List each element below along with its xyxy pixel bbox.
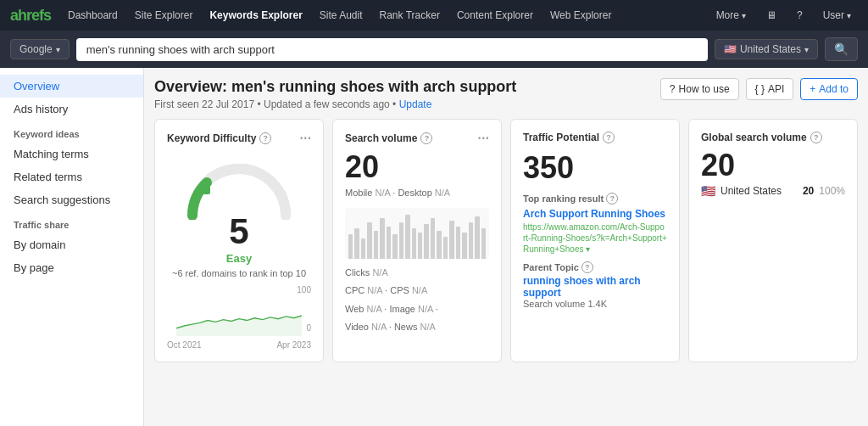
sidebar-item-by-domain[interactable]: By domain <box>0 233 143 256</box>
sv-bar <box>462 233 466 259</box>
add-to-button[interactable]: + Add to <box>800 78 858 100</box>
sv-bar <box>412 228 416 258</box>
nav-monitor-icon[interactable]: 🖥 <box>760 6 783 25</box>
sidebar-traffic-share-label: Traffic share <box>0 211 143 233</box>
sv-bar <box>437 231 441 259</box>
sidebar-item-related-terms[interactable]: Related terms <box>0 165 143 188</box>
sidebar-item-search-suggestions[interactable]: Search suggestions <box>0 188 143 211</box>
sv-web-image: Web N/A · Image N/A · <box>345 302 489 317</box>
chevron-down-icon-url: ▾ <box>586 244 590 254</box>
parent-topic-link[interactable]: running shoes with arch support <box>523 275 667 299</box>
update-link[interactable]: Update <box>399 98 432 110</box>
sv-cpc-cps: CPC N/A · CPS N/A <box>345 283 489 299</box>
sv-bar <box>405 215 409 259</box>
sv-bar <box>424 224 428 258</box>
sidebar-item-matching-terms[interactable]: Matching terms <box>0 143 143 165</box>
top-result-label: Top ranking result ? <box>523 193 667 205</box>
sv-card-title: Search volume ? ⋯ <box>345 132 489 145</box>
nav-site-audit[interactable]: Site Audit <box>313 6 370 25</box>
sv-bar <box>387 227 391 259</box>
engine-selector[interactable]: Google ▾ <box>10 39 70 59</box>
gsv-row: 🇺🇸 United States 20 100% <box>701 184 845 198</box>
svg-rect-0 <box>198 186 210 194</box>
tp-help-icon[interactable]: ? <box>603 132 615 143</box>
plus-icon: + <box>810 83 815 95</box>
nav-site-explorer[interactable]: Site Explorer <box>128 6 200 25</box>
nav-rank-tracker[interactable]: Rank Tracker <box>373 6 447 25</box>
how-to-use-button[interactable]: ? How to use <box>660 78 739 100</box>
sv-bar <box>418 233 422 259</box>
nav-keywords-explorer[interactable]: Keywords Explorer <box>203 6 309 25</box>
country-selector[interactable]: 🇺🇸 United States ▾ <box>715 39 818 59</box>
search-button[interactable]: 🔍 <box>825 37 858 61</box>
search-input[interactable] <box>76 38 708 61</box>
nav-help-icon[interactable]: ? <box>790 6 810 25</box>
gsv-country: United States <box>721 185 798 197</box>
sv-bar-chart <box>345 208 489 259</box>
overview-actions: ? How to use { } API + Add to <box>660 78 858 100</box>
trend-date-end: Apr 2023 <box>276 340 311 350</box>
top-result-help-icon[interactable]: ? <box>606 193 618 205</box>
sv-bar <box>392 234 397 258</box>
sv-menu-icon[interactable]: ⋯ <box>477 132 489 145</box>
api-icon: { } <box>755 83 765 95</box>
sv-bar <box>449 221 453 259</box>
country-flag: 🇺🇸 <box>724 43 737 55</box>
nav-user-button[interactable]: User ▾ <box>816 6 858 25</box>
nav-content-explorer[interactable]: Content Explorer <box>450 6 540 25</box>
sidebar-keyword-ideas-label: Keyword ideas <box>0 121 143 143</box>
trend-dates: Oct 2021 Apr 2023 <box>167 340 311 350</box>
top-result-title[interactable]: Arch Support Running Shoes <box>523 208 667 220</box>
top-result-url[interactable]: https://www.amazon.com/Arch-Support-Runn… <box>523 221 667 255</box>
kd-help-icon[interactable]: ? <box>259 132 271 144</box>
sv-bar <box>475 216 479 259</box>
trend-date-start: Oct 2021 <box>167 340 202 350</box>
tp-card: Traffic Potential ? 350 Top ranking resu… <box>510 119 680 362</box>
nav-dashboard[interactable]: Dashboard <box>61 6 125 25</box>
main-layout: Overview Ads history Keyword ideas Match… <box>0 68 868 426</box>
api-button[interactable]: { } API <box>746 78 794 100</box>
chevron-down-icon-engine: ▾ <box>56 45 60 54</box>
sv-bar <box>399 222 403 259</box>
kd-label: Easy <box>226 252 252 265</box>
sv-number: 20 <box>345 152 489 182</box>
sv-bar <box>481 228 486 258</box>
sv-bar <box>456 227 460 259</box>
chevron-down-icon-user: ▾ <box>847 11 851 20</box>
chevron-down-icon: ▾ <box>742 11 746 20</box>
gsv-help-icon[interactable]: ? <box>810 132 822 143</box>
kd-sparkline <box>167 285 311 336</box>
gsv-flag: 🇺🇸 <box>701 184 715 198</box>
sv-mobile-desktop: Mobile N/A · Desktop N/A <box>345 186 489 201</box>
page-title: Overview: men's running shoes with arch … <box>154 78 516 96</box>
overview-meta: First seen 22 Jul 2017 • Updated a few s… <box>154 98 516 110</box>
nav-more-button[interactable]: More ▾ <box>709 6 753 25</box>
parent-topic-label: Parent Topic ? <box>523 261 667 273</box>
engine-label: Google <box>19 43 53 55</box>
country-label: United States <box>740 43 801 55</box>
overview-title-block: Overview: men's running shoes with arch … <box>154 78 516 110</box>
gsv-number: 20 <box>701 150 845 181</box>
kd-gauge-svg <box>180 152 298 220</box>
sidebar: Overview Ads history Keyword ideas Match… <box>0 68 144 426</box>
parent-topic-help-icon[interactable]: ? <box>581 261 593 273</box>
sidebar-item-ads-history[interactable]: Ads history <box>0 98 143 121</box>
sv-help-icon[interactable]: ? <box>420 132 432 144</box>
nav-web-explorer[interactable]: Web Explorer <box>543 6 618 25</box>
sv-video-news: Video N/A · News N/A <box>345 320 489 335</box>
search-bar: Google ▾ 🇺🇸 United States ▾ 🔍 <box>0 31 868 68</box>
sv-bar <box>361 238 365 259</box>
sidebar-item-by-page[interactable]: By page <box>0 256 143 279</box>
kd-gauge: 5 Easy ~6 ref. domains to rank in top 10 <box>167 152 311 278</box>
top-nav: ahrefs Dashboard Site Explorer Keywords … <box>0 0 868 31</box>
tp-number: 350 <box>523 150 667 186</box>
kd-card-title: Keyword Difficulty ? ⋯ <box>167 132 311 145</box>
sv-bar <box>469 222 473 259</box>
overview-header: Overview: men's running shoes with arch … <box>154 78 858 110</box>
logo: ahrefs <box>10 7 51 25</box>
content-area: Overview: men's running shoes with arch … <box>144 68 868 426</box>
kd-menu-icon[interactable]: ⋯ <box>299 132 311 145</box>
sidebar-item-overview[interactable]: Overview <box>0 75 143 98</box>
sv-bar <box>367 222 371 259</box>
sv-bar <box>374 231 378 259</box>
